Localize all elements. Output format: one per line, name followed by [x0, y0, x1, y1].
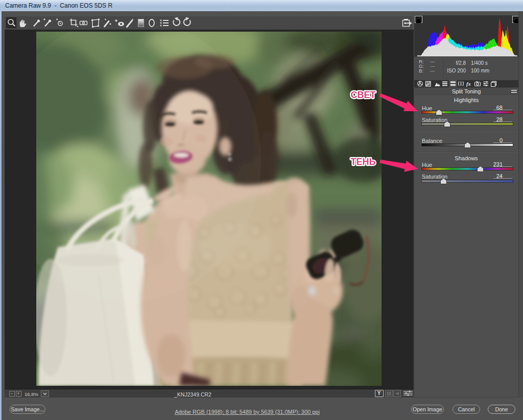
- svg-text:fx: fx: [466, 81, 471, 87]
